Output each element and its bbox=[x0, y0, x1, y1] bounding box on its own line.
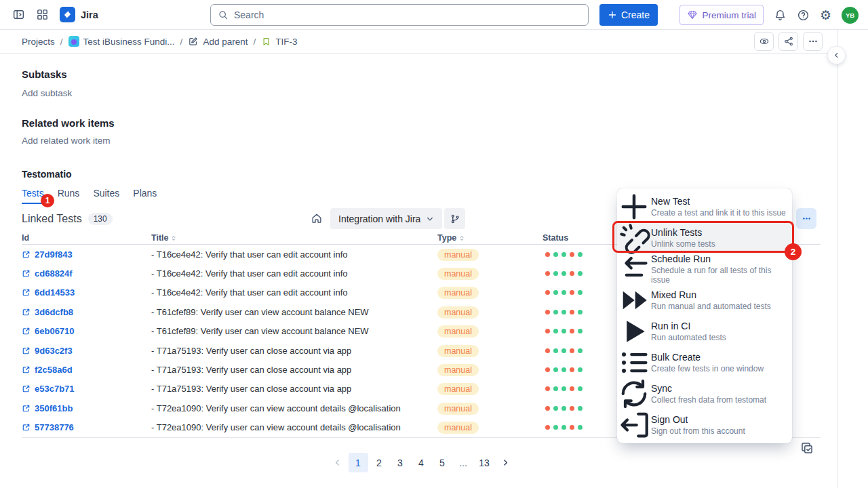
testomatio-heading: Testomatio bbox=[22, 169, 72, 180]
column-header-label: Title bbox=[151, 233, 168, 243]
sign-out-icon bbox=[617, 408, 651, 442]
add-related-link[interactable]: Add related work item bbox=[22, 136, 111, 146]
tab-tests[interactable]: Tests bbox=[22, 188, 44, 204]
settings-gear-icon[interactable]: ⚙ bbox=[820, 9, 831, 22]
project-selector-dropdown[interactable]: Integration with Jira bbox=[330, 208, 442, 229]
collapse-panel-button[interactable] bbox=[828, 47, 845, 64]
menu-item-new-test[interactable]: New Test Create a test and link it it to… bbox=[617, 191, 792, 222]
type-badge: manual bbox=[437, 345, 479, 357]
column-header-type[interactable]: Type bbox=[437, 233, 542, 243]
menu-item-subtitle: Collect fresh data from testomat bbox=[651, 395, 766, 405]
test-id-link[interactable]: cd68824f bbox=[22, 268, 151, 279]
tab-plans[interactable]: Plans bbox=[133, 188, 157, 204]
breadcrumb-add-parent[interactable]: Add parent bbox=[188, 36, 248, 47]
test-id-link[interactable]: 9d63c2f3 bbox=[22, 346, 151, 356]
chevron-right-icon bbox=[501, 458, 510, 467]
chevron-down-icon bbox=[426, 215, 434, 223]
pagination-pages: 12345...13 bbox=[349, 453, 494, 472]
create-button[interactable]: Create bbox=[599, 4, 658, 26]
menu-item-run-in-ci[interactable]: Run in CI Run automated tests bbox=[617, 316, 792, 347]
test-id-link[interactable]: 350f61bb bbox=[22, 403, 151, 413]
issue-more-button[interactable] bbox=[803, 32, 823, 51]
add-subtask-link[interactable]: Add subtask bbox=[22, 88, 72, 98]
column-header-id[interactable]: Id bbox=[22, 233, 151, 243]
project-selector-label: Integration with Jira bbox=[338, 214, 420, 224]
search-input[interactable] bbox=[234, 9, 581, 20]
pagination-page[interactable]: 3 bbox=[391, 453, 410, 472]
pagination-page[interactable]: 1 bbox=[349, 453, 368, 472]
pagination-next-button[interactable] bbox=[496, 453, 515, 472]
pagination-page[interactable]: 5 bbox=[433, 453, 452, 472]
status-dot-green bbox=[578, 386, 583, 391]
status-dot-red bbox=[570, 406, 574, 411]
testomatio-actions-menu: New Test Create a test and link it it to… bbox=[617, 188, 792, 443]
type-badge: manual bbox=[437, 422, 479, 434]
breadcrumb-separator: / bbox=[60, 37, 63, 47]
topbar-actions: Premium trial ⚙ YB bbox=[679, 0, 859, 30]
menu-item-unlink-tests[interactable]: Unlink Tests Unlink some tests bbox=[617, 222, 792, 253]
test-id-link[interactable]: f2c58a6d bbox=[22, 365, 151, 375]
type-badge: manual bbox=[437, 306, 479, 319]
share-button[interactable] bbox=[778, 32, 798, 51]
status-dot-red bbox=[570, 252, 574, 257]
menu-item-schedule-run[interactable]: Schedule Run Schedule a run for all test… bbox=[617, 253, 792, 285]
global-search[interactable] bbox=[210, 4, 589, 26]
pagination-page[interactable]: 4 bbox=[412, 453, 431, 472]
menu-item-title: Mixed Run bbox=[651, 289, 771, 300]
app-switcher-icon[interactable] bbox=[36, 8, 49, 21]
status-dot-red bbox=[570, 386, 574, 391]
menu-item-title: New Test bbox=[651, 196, 786, 207]
status-dot-red bbox=[545, 367, 550, 372]
test-id-link[interactable]: 3d6dcfb8 bbox=[22, 307, 151, 317]
tab-suites[interactable]: Suites bbox=[93, 188, 119, 204]
jira-logo[interactable] bbox=[60, 7, 75, 22]
pagination-page[interactable]: 13 bbox=[475, 453, 494, 472]
breadcrumb-issue-key[interactable]: TIF-3 bbox=[261, 37, 297, 47]
test-id-link[interactable]: 27d9f843 bbox=[22, 249, 151, 260]
watch-button[interactable] bbox=[754, 32, 774, 51]
menu-item-title: Run in CI bbox=[651, 321, 726, 331]
test-title: - T72ea1090: Verify user can view accoun… bbox=[151, 403, 437, 413]
bulk-select-icon[interactable] bbox=[800, 441, 814, 455]
chevron-left-icon bbox=[333, 458, 342, 467]
tab-label: Tests bbox=[22, 188, 44, 199]
menu-item-mixed-run[interactable]: Mixed Run Run manual and automated tests bbox=[617, 285, 792, 316]
menu-item-sign-out[interactable]: Sign Out Sign out from this account bbox=[617, 409, 792, 441]
breadcrumb-project[interactable]: Test iBusiness Fundi... bbox=[68, 36, 175, 47]
test-id: f2c58a6d bbox=[35, 365, 73, 375]
menu-item-title: Unlink Tests bbox=[651, 227, 715, 238]
status-dot-green bbox=[561, 329, 566, 333]
test-id-link[interactable]: 6eb06710 bbox=[22, 326, 151, 336]
branch-button[interactable] bbox=[444, 208, 465, 229]
pagination-page[interactable]: 2 bbox=[370, 453, 389, 472]
status-dot-red bbox=[570, 425, 574, 430]
status-dot-green bbox=[561, 386, 566, 391]
column-header-title[interactable]: Title bbox=[151, 233, 437, 243]
status-dot-red bbox=[545, 329, 550, 333]
test-id-link[interactable]: 57738776 bbox=[22, 422, 151, 432]
pagination-prev-button[interactable] bbox=[328, 453, 347, 472]
external-link-icon bbox=[22, 269, 31, 278]
sidebar-toggle-icon[interactable] bbox=[12, 8, 25, 21]
home-icon[interactable] bbox=[311, 212, 323, 224]
test-id-link[interactable]: 6dd14533 bbox=[22, 287, 151, 298]
status-dot-green bbox=[553, 348, 558, 353]
help-icon[interactable] bbox=[797, 9, 810, 22]
breadcrumb-separator: / bbox=[180, 37, 183, 47]
notifications-bell-icon[interactable] bbox=[774, 9, 787, 22]
linked-tests-title: Linked Tests bbox=[22, 213, 82, 225]
test-title: - T16ce4e42: Verify that user can edit a… bbox=[151, 268, 437, 279]
tests-more-button[interactable] bbox=[796, 208, 816, 229]
plus-icon bbox=[608, 10, 617, 20]
user-avatar[interactable]: YB bbox=[842, 7, 859, 24]
menu-item-sync[interactable]: Sync Collect fresh data from testomat bbox=[617, 378, 792, 409]
tab-runs[interactable]: Runs bbox=[58, 188, 80, 204]
status-dot-green bbox=[553, 386, 558, 391]
premium-trial-button[interactable]: Premium trial bbox=[679, 5, 764, 25]
breadcrumb-projects[interactable]: Projects bbox=[22, 37, 55, 47]
menu-item-bulk-create[interactable]: Bulk Create Create few tests in one wind… bbox=[617, 347, 792, 378]
status-dot-green bbox=[578, 348, 583, 353]
status-dot-red bbox=[570, 329, 574, 333]
test-id-link[interactable]: e53c7b71 bbox=[22, 384, 151, 394]
play-icon bbox=[617, 314, 651, 348]
